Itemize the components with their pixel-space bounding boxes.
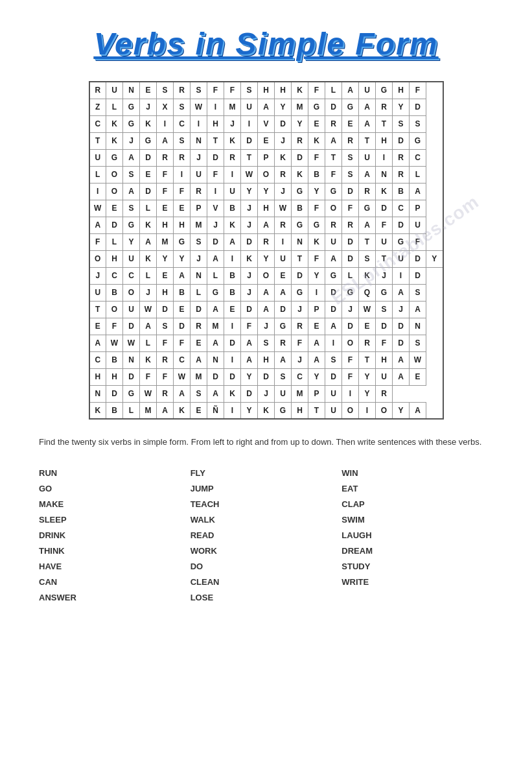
word-column: RUNGOMAKESLEEPDRINKTHINKHAVECANANSWER	[39, 466, 191, 606]
grid-cell: U	[89, 284, 106, 301]
grid-cell: U	[376, 233, 393, 250]
grid-cell: G	[359, 200, 376, 217]
grid-cell: H	[376, 351, 393, 368]
grid-cell: W	[410, 351, 426, 368]
grid-cell: H	[393, 82, 410, 99]
grid-cell: I	[224, 318, 241, 335]
grid-cell: G	[174, 233, 191, 250]
grid-cell: A	[258, 284, 275, 301]
grid-cell: T	[292, 250, 308, 267]
grid-cell: A	[123, 183, 140, 200]
grid-cell: E	[89, 318, 106, 335]
grid-cell: E	[191, 402, 207, 419]
grid-cell: P	[191, 200, 207, 217]
grid-cell: J	[258, 385, 275, 402]
grid-cell: D	[325, 301, 342, 318]
grid-cell: I	[342, 385, 359, 402]
grid-cell: U	[325, 402, 342, 419]
grid-cell: D	[207, 368, 224, 385]
grid-cell: C	[174, 351, 191, 368]
grid-cell: T	[89, 301, 106, 318]
grid-cell: A	[410, 301, 426, 318]
grid-cell: D	[241, 385, 258, 402]
grid-cell: D	[393, 132, 410, 149]
grid-cell: D	[393, 335, 410, 351]
grid-cell: A	[207, 250, 224, 267]
grid-cell: A	[207, 301, 224, 318]
grid-cell: G	[342, 284, 359, 301]
grid-cell: B	[224, 200, 241, 217]
grid-cell: O	[325, 200, 342, 217]
grid-cell: F	[325, 166, 342, 183]
grid-cell: D	[241, 301, 258, 318]
grid-cell: O	[106, 183, 123, 200]
grid-cell: U	[123, 250, 140, 267]
grid-cell: Y	[241, 402, 258, 419]
grid-cell: G	[376, 284, 393, 301]
grid-cell: A	[359, 115, 376, 132]
grid-cell: K	[308, 233, 325, 250]
grid-cell: A	[174, 267, 191, 284]
grid-cell: F	[410, 233, 426, 250]
list-item: LOSE	[191, 590, 342, 606]
grid-cell: F	[140, 368, 157, 385]
list-item: JUMP	[191, 481, 342, 497]
grid-cell: A	[241, 351, 258, 368]
grid-cell: Y	[157, 250, 174, 267]
grid-cell: D	[106, 385, 123, 402]
grid-cell: B	[106, 284, 123, 301]
grid-cell: U	[275, 250, 292, 267]
grid-cell: W	[89, 200, 106, 217]
grid-cell: A	[174, 385, 191, 402]
list-item: CLEAN	[191, 574, 342, 590]
grid-cell: T	[376, 250, 393, 267]
grid-cell: D	[410, 99, 426, 115]
grid-cell: L	[207, 267, 224, 284]
grid-cell: A	[89, 335, 106, 351]
grid-cell: K	[359, 267, 376, 284]
grid-cell: H	[275, 82, 292, 99]
grid-cell: R	[275, 217, 292, 233]
grid-cell: F	[308, 82, 325, 99]
grid-cell: M	[191, 368, 207, 385]
grid-cell: M	[224, 99, 241, 115]
grid-cell: J	[140, 99, 157, 115]
grid-cell: Y	[308, 183, 325, 200]
grid-cell: R	[89, 82, 106, 99]
grid-cell: J	[275, 132, 292, 149]
list-item: DO	[191, 559, 342, 574]
grid-cell: T	[359, 132, 376, 149]
grid-cell: G	[292, 217, 308, 233]
grid-cell: N	[207, 351, 224, 368]
grid-cell: M	[157, 233, 174, 250]
grid-cell: S	[410, 335, 426, 351]
grid-cell: R	[258, 233, 275, 250]
grid-cell: A	[410, 183, 426, 200]
grid-cell: I	[207, 183, 224, 200]
grid-cell: H	[106, 368, 123, 385]
grid-cell: F	[207, 166, 224, 183]
grid-cell: K	[258, 402, 275, 419]
grid-cell: J	[140, 284, 157, 301]
list-item: ANSWER	[39, 590, 191, 606]
grid-cell: A	[258, 301, 275, 318]
grid-cell: F	[342, 200, 359, 217]
grid-cell: M	[292, 385, 308, 402]
grid-cell: M	[140, 402, 157, 419]
grid-cell: J	[241, 200, 258, 217]
grid-cell: R	[325, 217, 342, 233]
grid-cell: A	[207, 385, 224, 402]
grid-cell: R	[376, 385, 393, 402]
list-item: WIN	[341, 466, 493, 481]
grid-cell: G	[410, 132, 426, 149]
grid-cell: D	[140, 149, 157, 166]
grid-cell: L	[325, 82, 342, 99]
grid-cell: K	[224, 217, 241, 233]
grid-cell: R	[325, 115, 342, 132]
grid-cell: S	[376, 301, 393, 318]
grid-cell: A	[241, 335, 258, 351]
grid-cell: A	[224, 233, 241, 250]
grid-cell: F	[224, 82, 241, 99]
grid-cell: B	[106, 402, 123, 419]
grid-cell: H	[376, 132, 393, 149]
